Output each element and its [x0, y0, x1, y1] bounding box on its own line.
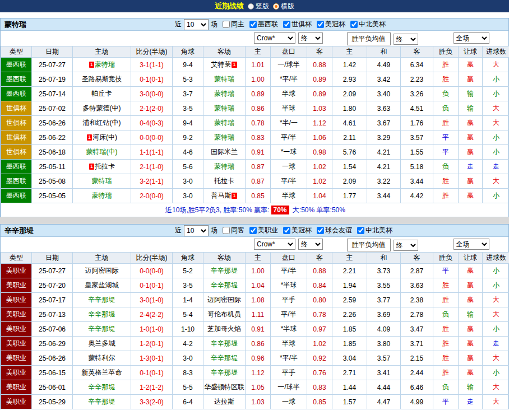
- league-filter-checkbox[interactable]: 墨西联: [249, 20, 278, 29]
- euro-odds-home: 1.54: [332, 160, 367, 174]
- league-badge: 墨西联: [1, 87, 32, 101]
- recent-games-select[interactable]: 10: [184, 225, 209, 236]
- euro-final-select[interactable]: 终: [394, 34, 418, 45]
- match-date: 25-05-05: [32, 189, 73, 203]
- checkbox-input[interactable]: [283, 227, 290, 234]
- corner-score: 9-4: [173, 116, 203, 130]
- handicap-final-select[interactable]: 终: [298, 239, 323, 250]
- checkbox-input[interactable]: [223, 21, 230, 28]
- league-filter-checkbox[interactable]: 中北美杯: [357, 226, 392, 235]
- team-label: 蒙特利尔: [89, 354, 115, 362]
- checkbox-label: 世俱杯: [291, 20, 312, 29]
- home-team: 1托拉卡: [73, 160, 131, 174]
- corner-score: 9-4: [173, 58, 203, 72]
- checkbox-label: 中北美杯: [365, 226, 392, 235]
- league-filter-checkbox[interactable]: 美职业: [249, 226, 278, 235]
- league-filter-checkbox[interactable]: 世俱杯: [283, 20, 312, 29]
- recent-games-select[interactable]: 10: [184, 19, 209, 30]
- result-handicap: 赢: [459, 322, 483, 337]
- league-badge: 美职业: [1, 380, 32, 395]
- euro-odds-away: 4.99: [401, 395, 433, 409]
- checkbox-label: 同主: [231, 20, 244, 29]
- result-outcome: 负: [433, 87, 459, 101]
- radio-unchecked-icon[interactable]: [248, 3, 254, 10]
- handicap-final-select[interactable]: 终: [298, 32, 323, 44]
- match-date: 25-06-01: [32, 380, 73, 395]
- league-filter-checkbox[interactable]: 同主: [223, 20, 244, 29]
- column-header: 类型: [1, 253, 32, 264]
- handicap-odds-home: 0.86: [246, 101, 271, 116]
- league-filter-checkbox[interactable]: 美冠杯: [317, 20, 345, 29]
- league-filter-checkbox[interactable]: 美冠杯: [283, 226, 312, 235]
- home-team: 帕丘卡: [73, 87, 131, 101]
- score: 2-1(2-0): [131, 101, 173, 116]
- bookmaker-select[interactable]: Crow*: [254, 239, 295, 250]
- league-filter-checkbox[interactable]: 同客: [223, 226, 244, 235]
- team-label: 国际米兰: [211, 148, 238, 156]
- near-label: 近: [175, 226, 182, 235]
- result-handicap: 赢: [459, 130, 483, 145]
- checkbox-input[interactable]: [317, 21, 324, 28]
- scope-select[interactable]: 全场: [454, 32, 489, 44]
- corner-score: 3-5: [173, 101, 203, 116]
- result-handicap: 赢: [459, 351, 483, 366]
- team-label: 皇家盐湖城: [85, 281, 119, 289]
- match-row: 世俱杯25-06-26浦和红钻(中)0-4(0-3)9-4蒙特瑞0.78*半/一…: [1, 116, 509, 130]
- result-outcome: 胜: [433, 278, 459, 293]
- away-team: 芝加哥火焰: [203, 322, 246, 337]
- team-label: 蒙特瑞: [214, 104, 234, 112]
- away-team: 辛辛那堤: [203, 278, 246, 293]
- away-team: 辛辛那堤: [203, 351, 246, 366]
- corner-score: 4-6: [173, 145, 203, 160]
- match-row: 墨西联25-07-271蒙特瑞3-1(1-1)9-4艾特莱11.01一/球半0.…: [1, 58, 509, 72]
- layout-option-vertical[interactable]: 竖版: [248, 2, 269, 11]
- corner-score: 1-10: [173, 322, 203, 337]
- team-label: 蒙特瑞: [95, 60, 115, 68]
- avg-odds-label: 胜平负均值: [347, 239, 391, 251]
- checkbox-input[interactable]: [249, 21, 257, 28]
- team-label: 辛辛那堤: [89, 296, 115, 304]
- league-filter-checkbox[interactable]: 球会友谊: [317, 226, 352, 235]
- checkbox-label: 美冠杯: [325, 20, 345, 29]
- euro-final-select[interactable]: 终: [394, 240, 418, 251]
- league-filter-checkbox[interactable]: 中北美杯: [350, 20, 386, 29]
- radio-checked-icon[interactable]: [273, 3, 279, 10]
- checkbox-input[interactable]: [249, 227, 257, 234]
- checkbox-input[interactable]: [317, 227, 324, 234]
- team-label: 辛辛那堤: [89, 325, 115, 333]
- euro-odds-draw: 4.21: [367, 145, 401, 160]
- team-label: 哥伦布机员: [207, 310, 241, 318]
- scope-select[interactable]: 全场: [454, 239, 489, 250]
- match-date: 25-05-29: [32, 395, 73, 409]
- result-outcome: 胜: [433, 58, 459, 72]
- layout-option-horizontal[interactable]: 横版: [273, 2, 294, 11]
- handicap-line: *半球: [271, 278, 307, 293]
- handicap-odds-home: 0.85: [246, 189, 271, 203]
- league-badge: 世俱杯: [1, 145, 32, 160]
- win-rate-value: 70%: [271, 206, 289, 214]
- handicap-odds-away: 0.88: [307, 58, 332, 72]
- match-date: 25-07-02: [32, 101, 73, 116]
- checkbox-input[interactable]: [350, 21, 358, 28]
- checkbox-input[interactable]: [223, 227, 230, 234]
- league-badge: 美职业: [1, 337, 32, 351]
- column-header: 主: [246, 46, 271, 58]
- checkbox-input[interactable]: [283, 21, 290, 28]
- score: 2-1(1-0): [131, 160, 173, 174]
- result-handicap: 输: [459, 307, 483, 322]
- result-goals: 走: [483, 160, 509, 174]
- result-outcome: 胜: [433, 189, 459, 203]
- away-team: 哥伦布机员: [203, 307, 246, 322]
- result-handicap: 赢: [459, 264, 483, 278]
- checkbox-input[interactable]: [357, 227, 364, 234]
- handicap-odds-away: 0.97: [307, 322, 332, 337]
- result-outcome: 胜: [433, 116, 459, 130]
- euro-odds-home: 2.21: [332, 264, 367, 278]
- match-date: 25-07-19: [32, 72, 73, 87]
- handicap-odds-home: 0.91: [246, 322, 271, 337]
- handicap-odds-away: 0.78: [307, 307, 332, 322]
- score: 0-1(0-1): [131, 278, 173, 293]
- column-header: 盘口: [271, 46, 307, 58]
- summary-tail: 大:50% 单率:50%: [291, 206, 345, 214]
- bookmaker-select[interactable]: Crow*: [254, 32, 295, 44]
